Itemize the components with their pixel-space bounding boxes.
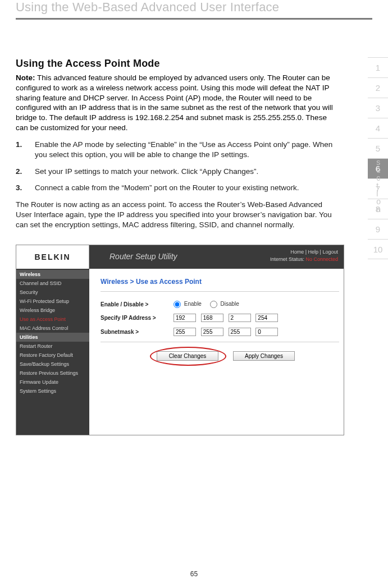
section-heading: Using the Access Point Mode [16,58,339,70]
page-content: Using the Access Point Mode Note: This a… [16,58,372,435]
step-1: 1. Enable the AP mode by selecting “Enab… [16,140,339,160]
router-status-value: No Connected [305,256,338,262]
step-num: 1. [16,140,25,160]
ip-octet-1[interactable] [174,314,196,322]
page-number: 65 [0,570,388,578]
row-subnet: Subnetmask > [101,328,339,336]
step-text: Enable the AP mode by selecting “Enable”… [35,140,339,160]
enable-label: Enable / Disable > [101,301,174,307]
steps-list: 1. Enable the AP mode by selecting “Enab… [16,140,339,193]
row-enable: Enable / Disable > Enable Disable [101,301,339,308]
radio-disable-input[interactable] [210,301,217,308]
sidebar-item-channel-ssid[interactable]: Channel and SSID [16,279,89,288]
ip-octet-3[interactable] [229,314,251,322]
sidebar-item-restart[interactable]: Restart Router [16,342,89,351]
ip-inputs [174,314,281,322]
step-text: Connect a cable from the “Modem” port on… [35,183,299,193]
sidebar-item-firmware[interactable]: Firmware Update [16,378,89,387]
sidebar-group-utilities: Utilities [16,333,89,342]
router-screenshot: BELKIN Router Setup Utility Home | Help … [16,245,344,435]
header-rule [16,18,372,20]
sidebar-item-mac-control[interactable]: MAC Address Control [16,324,89,333]
router-buttons: Clear Changes Apply Changes [157,351,339,361]
after-text: The Router is now acting as an access po… [16,200,339,229]
sidebar-item-wps[interactable]: Wi-Fi Protected Setup [16,297,89,306]
note-block: Note: This advanced feature should be em… [16,73,339,133]
ip-octet-4[interactable] [255,314,278,322]
router-top-links[interactable]: Home | Help | Logout [290,249,338,255]
sidebar-item-security[interactable]: Security [16,288,89,297]
ip-label: Specify IP Address > [101,315,174,321]
section-vertical-label: section [376,158,382,213]
router-logo: BELKIN [16,245,89,269]
router-divider [101,291,339,292]
router-status: Internet Status: No Connected [270,256,338,262]
router-utility-title: Router Setup Utility [109,252,177,261]
step-num: 3. [16,183,25,193]
ip-octet-2[interactable] [201,314,223,322]
clear-changes-highlight: Clear Changes [157,351,218,361]
radio-enable-input[interactable] [174,301,181,308]
subnet-octet-4[interactable] [255,328,278,336]
step-text: Set your IP settings to match your netwo… [35,167,258,177]
note-body: This advanced feature should be employed… [16,74,333,132]
radio-disable-text: Disable [220,301,239,307]
sidebar-item-wireless-bridge[interactable]: Wireless Bridge [16,306,89,315]
radio-enable-text: Enable [184,301,202,307]
router-status-label: Internet Status: [270,256,304,262]
step-num: 2. [16,167,25,177]
radio-disable[interactable]: Disable [210,301,239,307]
apply-changes-button[interactable]: Apply Changes [233,351,295,361]
subnet-octet-1[interactable] [174,328,196,336]
sidebar-group-wireless: Wireless [16,270,89,279]
enable-radio-group: Enable Disable [174,301,246,308]
subnet-octet-2[interactable] [201,328,223,336]
clear-changes-button[interactable]: Clear Changes [157,351,218,361]
router-main: Wireless > Use as Access Point Enable / … [89,269,344,435]
router-breadcrumb: Wireless > Use as Access Point [101,274,339,289]
router-header: Router Setup Utility Home | Help | Logou… [89,245,344,269]
step-2: 2. Set your IP settings to match your ne… [16,167,339,177]
sidebar-item-use-as-ap[interactable]: Use as Access Point [16,315,89,324]
subnet-label: Subnetmask > [101,329,174,335]
radio-enable[interactable]: Enable [174,301,203,307]
sidebar-item-restore-prev[interactable]: Restore Previous Settings [16,369,89,378]
subnet-octet-3[interactable] [229,328,251,336]
sidebar-item-system[interactable]: System Settings [16,387,89,396]
router-sidebar: Wireless Channel and SSID Security Wi-Fi… [16,269,89,435]
note-label: Note: [16,74,35,82]
sidebar-item-save-backup[interactable]: Save/Backup Settings [16,360,89,369]
step-3: 3. Connect a cable from the “Modem” port… [16,183,339,193]
page-header-title: Using the Web-Based Advanced User Interf… [16,0,372,15]
sidebar-item-restore-default[interactable]: Restore Factory Default [16,351,89,360]
router-form: Enable / Disable > Enable Disable Speci [101,301,339,361]
row-ip: Specify IP Address > [101,314,339,322]
router-divider-2 [101,342,339,342]
subnet-inputs [174,328,281,336]
